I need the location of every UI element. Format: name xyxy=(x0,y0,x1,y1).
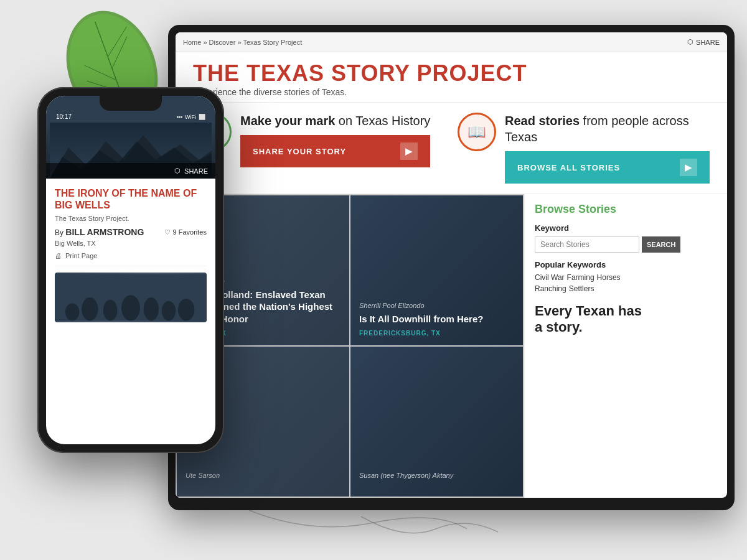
phone-share-label[interactable]: SHARE xyxy=(184,167,208,175)
keyword-settlers[interactable]: Settlers xyxy=(569,284,594,293)
hero-bold-left: Make your mark xyxy=(240,114,335,128)
keyword-ranching[interactable]: Ranching xyxy=(535,284,566,293)
phone-screen: 10:17 ▪▪▪ WiFi ⬜ xyxy=(46,96,215,444)
phone-favorites: ♡ 9 Favorites xyxy=(164,228,207,236)
hero-section: ✚ Make your mark on Texas History SHARE … xyxy=(176,103,727,194)
phone-notch xyxy=(100,96,162,111)
breadcrumb: Home » Discover » Texas Story Project xyxy=(183,39,302,46)
phone-author-row: By BILL ARMSTRONG ♡ 9 Favorites xyxy=(55,227,207,237)
hero-normal-left: on Texas History xyxy=(335,114,430,128)
hero-text-left: Make your mark on Texas History xyxy=(240,113,430,129)
site-title: THE TEXAS STORY PROJECT xyxy=(193,62,710,85)
story-location: FREDERICKSBURG, TX xyxy=(359,330,514,337)
svg-point-14 xyxy=(121,296,140,321)
popular-keywords-label: Popular Keywords xyxy=(535,260,651,269)
tablet-device: Home » Discover » Texas Story Project ⬡ … xyxy=(168,25,735,510)
favorites-count: 9 Favorites xyxy=(173,228,207,236)
tablet-frame: Home » Discover » Texas Story Project ⬡ … xyxy=(168,25,735,510)
heart-icon: ♡ xyxy=(164,228,171,236)
share-story-arrow-icon: ▶ xyxy=(400,142,418,160)
keyword-label: Keyword xyxy=(535,223,651,233)
story-card[interactable]: Sherrill Pool Elizondo Is It All Downhil… xyxy=(350,195,523,345)
story-card[interactable]: Susan (nee Thygerson) Aktany xyxy=(350,347,523,497)
wifi-icon: WiFi xyxy=(185,114,196,120)
browse-stories-arrow-icon: ▶ xyxy=(680,159,697,176)
hero-cta-right: 📖 Read stories from people across Texas … xyxy=(458,113,710,184)
story-author: Susan (nee Thygerson) Aktany xyxy=(359,472,514,479)
svg-point-13 xyxy=(103,300,118,321)
keyword-civil-war[interactable]: Civil War xyxy=(535,273,565,282)
phone-hero-image: ⬡ SHARE xyxy=(46,123,215,179)
phone-article-source: The Texas Story Project. xyxy=(55,215,207,222)
stories-grid: Patrick Coan Milton Holland: Enslaved Te… xyxy=(176,194,524,498)
print-icon: 🖨 xyxy=(55,252,62,259)
phone-location: Big Wells, TX xyxy=(55,240,207,247)
keyword-farming[interactable]: Farming xyxy=(567,273,594,282)
breadcrumb-current: Texas Story Project xyxy=(243,39,302,46)
browse-stories-heading: Browse Stories xyxy=(535,203,651,216)
print-label: Print Page xyxy=(65,252,97,259)
share-story-label: SHARE YOUR STORY xyxy=(253,147,346,156)
phone-time: 10:17 xyxy=(56,113,72,120)
svg-point-15 xyxy=(144,297,159,321)
browser-bar: Home » Discover » Texas Story Project ⬡ … xyxy=(176,32,727,52)
story-author: Ute Sarson xyxy=(186,472,341,479)
hero-read-bold: Read stories from people across Texas xyxy=(505,114,689,144)
phone-device: 10:17 ▪▪▪ WiFi ⬜ xyxy=(37,87,224,453)
browse-stories-icon: 📖 xyxy=(458,113,496,151)
story-author: Sherrill Pool Elizondo xyxy=(359,302,514,309)
tablet-screen: Home » Discover » Texas Story Project ⬡ … xyxy=(176,32,727,498)
phone-article-title: THE IRONY OF THE NAME OF BIG WELLS xyxy=(55,187,207,211)
search-input[interactable] xyxy=(535,236,639,253)
battery-icon: ⬜ xyxy=(199,114,205,120)
browse-all-stories-button[interactable]: BROWSE ALL STORIES ▶ xyxy=(505,151,710,184)
share-label: SHARE xyxy=(696,39,720,46)
phone-author-prefix: By xyxy=(55,228,63,237)
share-button-top[interactable]: ⬡ SHARE xyxy=(687,38,720,46)
phone-share-bar: ⬡ SHARE xyxy=(46,163,215,179)
phone-article-content: THE IRONY OF THE NAME OF BIG WELLS The T… xyxy=(46,179,215,331)
breadcrumb-sep1: » xyxy=(203,39,207,46)
share-your-story-button[interactable]: SHARE YOUR STORY ▶ xyxy=(240,135,430,167)
browse-sidebar: Browse Stories Keyword SEARCH Popular Ke… xyxy=(524,194,661,498)
phone-frame: 10:17 ▪▪▪ WiFi ⬜ xyxy=(37,87,224,453)
phone-article-photo xyxy=(55,273,207,322)
main-content: Patrick Coan Milton Holland: Enslaved Te… xyxy=(176,194,727,498)
keywords-list: Civil War Farming Horses Ranching Settle… xyxy=(535,273,651,293)
browse-stories-label: BROWSE ALL STORIES xyxy=(517,163,620,172)
keyword-horses[interactable]: Horses xyxy=(597,273,621,282)
breadcrumb-sep2: » xyxy=(237,39,241,46)
search-button[interactable]: SEARCH xyxy=(642,236,680,253)
tagline: Every Texan has a story. xyxy=(535,303,651,336)
story-title: Is It All Downhill from Here? xyxy=(359,313,514,325)
signal-icon: ▪▪▪ xyxy=(176,114,182,120)
phone-status-icons: ▪▪▪ WiFi ⬜ xyxy=(176,114,205,120)
phone-author-name: BILL ARMSTRONG xyxy=(65,227,144,237)
search-row: SEARCH xyxy=(535,236,651,253)
hero-cta-left: ✚ Make your mark on Texas History SHARE … xyxy=(193,113,445,184)
svg-point-11 xyxy=(65,304,80,321)
breadcrumb-home[interactable]: Home xyxy=(183,39,201,46)
svg-point-12 xyxy=(82,297,98,321)
phone-share-icon: ⬡ xyxy=(174,167,181,175)
hero-text-right: Read stories from people across Texas xyxy=(505,113,710,145)
share-icon: ⬡ xyxy=(687,38,693,46)
phone-author: By BILL ARMSTRONG xyxy=(55,227,144,237)
svg-point-17 xyxy=(178,299,194,321)
site-subtitle: Experience the diverse stories of Texas. xyxy=(193,87,710,97)
phone-print-row[interactable]: 🖨 Print Page xyxy=(55,252,207,266)
breadcrumb-discover[interactable]: Discover xyxy=(209,39,236,46)
site-header: THE TEXAS STORY PROJECT Experience the d… xyxy=(176,52,727,103)
svg-point-16 xyxy=(162,301,176,321)
